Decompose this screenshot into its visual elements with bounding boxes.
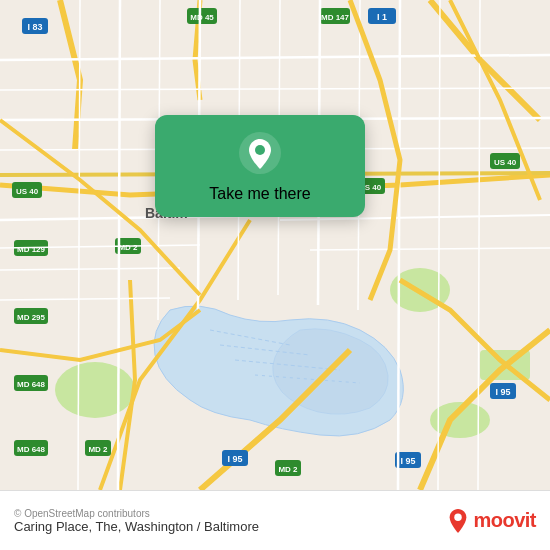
osm-attribution: © OpenStreetMap contributors: [14, 508, 447, 519]
location-info: © OpenStreetMap contributors Caring Plac…: [14, 508, 447, 534]
svg-text:I 83: I 83: [27, 22, 42, 32]
place-name: Caring Place, The, Washington / Baltimor…: [14, 519, 447, 534]
moovit-brand-label: moovit: [473, 509, 536, 532]
svg-point-68: [255, 145, 265, 155]
svg-text:MD 129: MD 129: [17, 245, 46, 254]
svg-text:I 1: I 1: [377, 12, 387, 22]
svg-text:MD 2: MD 2: [118, 243, 138, 252]
moovit-pin-icon: [447, 508, 469, 534]
svg-text:US 40: US 40: [16, 187, 39, 196]
map-view: I 83 MD 45 MD 147 US 40 US 40 US 40 MD 2…: [0, 0, 550, 490]
svg-point-5: [55, 362, 135, 418]
svg-text:MD 295: MD 295: [17, 313, 46, 322]
svg-text:MD 648: MD 648: [17, 445, 46, 454]
svg-text:MD 147: MD 147: [321, 13, 350, 22]
svg-text:MD 2: MD 2: [278, 465, 298, 474]
take-me-there-popup[interactable]: Take me there: [155, 115, 365, 217]
svg-text:I 95: I 95: [400, 456, 415, 466]
map-svg: I 83 MD 45 MD 147 US 40 US 40 US 40 MD 2…: [0, 0, 550, 490]
svg-text:MD 45: MD 45: [190, 13, 214, 22]
svg-text:MD 648: MD 648: [17, 380, 46, 389]
moovit-logo: moovit: [447, 508, 536, 534]
take-me-there-label: Take me there: [209, 185, 310, 203]
bottom-bar: © OpenStreetMap contributors Caring Plac…: [0, 490, 550, 550]
svg-text:I 95: I 95: [227, 454, 242, 464]
location-pin-icon: [238, 131, 282, 175]
svg-text:MD 2: MD 2: [88, 445, 108, 454]
svg-text:US 40: US 40: [494, 158, 517, 167]
svg-text:I 95: I 95: [495, 387, 510, 397]
svg-point-69: [455, 513, 462, 520]
